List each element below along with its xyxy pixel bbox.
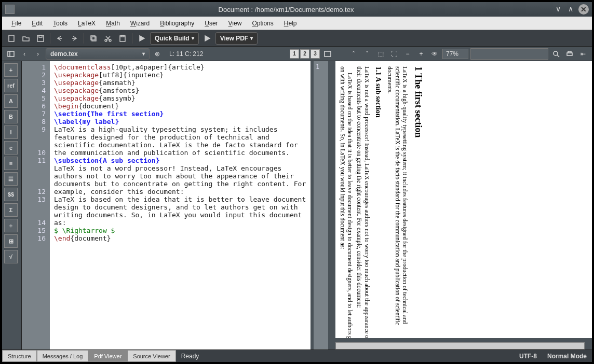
run-icon[interactable] — [136, 32, 148, 45]
zoom-out-icon[interactable]: − — [402, 48, 413, 60]
svg-rect-15 — [568, 51, 571, 53]
menu-latex[interactable]: LaTeX — [74, 18, 100, 29]
open-icon[interactable] — [20, 32, 32, 45]
svg-point-12 — [554, 51, 558, 55]
side-tool-icon[interactable]: I — [4, 125, 18, 139]
minimize-button[interactable]: ∨ — [554, 4, 563, 13]
next-icon[interactable]: › — [32, 48, 44, 60]
page-badge[interactable]: 1 — [290, 49, 299, 59]
page-badge[interactable]: 2 — [300, 49, 309, 59]
side-tool-icon[interactable]: A — [4, 94, 18, 108]
side-tool-icon[interactable]: √ — [4, 250, 18, 263]
preview-heading-1: 1 The first section — [413, 66, 424, 338]
preview-scrollbar[interactable] — [335, 342, 585, 349]
copy-icon[interactable] — [87, 32, 100, 45]
document-tab[interactable]: demo.tex — [46, 48, 150, 60]
titlebar: Document : /home/xm1/Documents/demo.tex … — [2, 2, 592, 17]
statusbar: StructureMessages / LogPdf ViewerSource … — [2, 349, 592, 362]
side-tool-icon[interactable]: ref — [4, 79, 18, 92]
menu-user[interactable]: User — [200, 18, 222, 29]
search-icon[interactable] — [550, 48, 562, 60]
svg-rect-11 — [325, 51, 331, 57]
zoom-in-icon[interactable]: + — [415, 48, 427, 60]
status-tab-structure[interactable]: Structure — [2, 350, 37, 362]
status-tab-source-viewer[interactable]: Source Viewer — [127, 350, 176, 362]
side-tool-icon[interactable]: B — [4, 110, 18, 123]
undo-icon[interactable] — [53, 32, 66, 45]
status-tab-messages-log[interactable]: Messages / Log — [37, 350, 89, 362]
svg-rect-2 — [39, 35, 42, 37]
preview-paragraph: LaTeX is based on the idea that it is be… — [339, 66, 354, 338]
side-tool-icon[interactable]: $$ — [4, 188, 18, 201]
paste-icon[interactable] — [116, 32, 129, 45]
side-tool-icon[interactable]: ≡ — [4, 157, 18, 170]
menu-tools[interactable]: Tools — [49, 18, 72, 29]
menu-bibliography[interactable]: Bibliography — [156, 18, 198, 29]
line-gutter: 12345678910111213141516 — [22, 61, 50, 349]
menu-help[interactable]: Help — [280, 18, 301, 29]
preview-gutter: 1 — [314, 61, 328, 349]
run2-icon[interactable] — [201, 32, 213, 45]
export-icon[interactable]: ⇤ — [577, 48, 589, 60]
search-input[interactable] — [470, 48, 548, 60]
window-title: Document : /home/xm1/Documents/demo.tex — [19, 6, 554, 13]
menubar: FileEditToolsLaTeXMathWizardBibliography… — [2, 17, 592, 30]
side-tool-icon[interactable]: ☰ — [4, 172, 18, 186]
main-toolbar: Quick Build View PDF — [2, 30, 592, 47]
close-doc-icon[interactable]: ⊗ — [152, 48, 163, 60]
prev-icon[interactable]: ‹ — [19, 48, 30, 60]
svg-rect-4 — [92, 37, 96, 41]
print-icon[interactable] — [564, 48, 575, 60]
preview-paragraph: LaTeX is not a word processor! Instead, … — [356, 66, 371, 338]
preview-heading-2: 1.1 A sub section — [374, 66, 382, 338]
pdf-preview[interactable]: 1 The first section LaTeX is a high-qual… — [335, 61, 592, 338]
view-pdf-dropdown[interactable]: View PDF — [215, 32, 258, 45]
svg-rect-3 — [91, 36, 95, 40]
fit2-icon[interactable]: ⛶ — [388, 48, 400, 60]
side-tool-icon[interactable]: ÷ — [4, 219, 18, 232]
redo-icon[interactable] — [68, 32, 80, 45]
cursor-position: L: 11 C: 212 — [165, 50, 207, 58]
save-icon[interactable] — [34, 32, 47, 45]
svg-rect-1 — [37, 35, 44, 41]
side-tool-icon[interactable]: Σ — [4, 203, 18, 217]
layout-icon[interactable] — [322, 48, 333, 60]
svg-rect-0 — [9, 35, 14, 41]
zoom-level[interactable]: 77% — [442, 49, 468, 59]
status-tab-pdf-viewer[interactable]: Pdf Viewer — [88, 350, 127, 362]
status-encoding: UTF-8 — [514, 350, 542, 362]
secondary-toolbar: ‹ › demo.tex ⊗ L: 11 C: 212 123 ˄ ˅ ⬚ ⛶ … — [2, 47, 592, 61]
app-icon — [5, 5, 15, 14]
eye-icon[interactable]: 👁 — [429, 48, 440, 60]
preview-pane: 1 The first section LaTeX is a high-qual… — [328, 61, 592, 349]
left-icon-bar: +refABIe≡☰$$Σ÷⊞√ — [2, 61, 22, 349]
menu-wizard[interactable]: Wizard — [126, 18, 154, 29]
preview-paragraph: LaTeX is a high-quality typesetting syst… — [386, 66, 409, 338]
close-button[interactable]: ✕ — [578, 4, 589, 15]
menu-file[interactable]: File — [7, 18, 25, 29]
svg-line-13 — [557, 55, 559, 57]
menu-math[interactable]: Math — [102, 18, 124, 29]
menu-view[interactable]: View — [224, 18, 246, 29]
down-icon[interactable]: ˅ — [361, 48, 373, 60]
page-badge[interactable]: 3 — [310, 49, 320, 59]
code-editor[interactable]: \documentclass[10pt,a4paper]{article}\us… — [50, 61, 310, 349]
status-ready: Ready — [176, 350, 514, 362]
side-tool-icon[interactable]: + — [4, 63, 18, 77]
cut-icon[interactable] — [102, 32, 114, 45]
maximize-button[interactable]: ∧ — [566, 4, 575, 13]
new-icon[interactable] — [5, 32, 18, 45]
quick-build-dropdown[interactable]: Quick Build — [150, 32, 199, 45]
side-tool-icon[interactable]: ⊞ — [4, 234, 18, 248]
side-tool-icon[interactable]: e — [4, 141, 18, 155]
svg-rect-9 — [8, 51, 14, 57]
status-mode: Normal Mode — [542, 350, 592, 362]
up-icon[interactable]: ˄ — [348, 48, 359, 60]
editor-pane: 12345678910111213141516 \documentclass[1… — [22, 61, 310, 349]
menu-options[interactable]: Options — [248, 18, 277, 29]
fit-icon[interactable]: ⬚ — [375, 48, 386, 60]
panel-icon[interactable] — [5, 48, 17, 60]
menu-edit[interactable]: Edit — [28, 18, 47, 29]
